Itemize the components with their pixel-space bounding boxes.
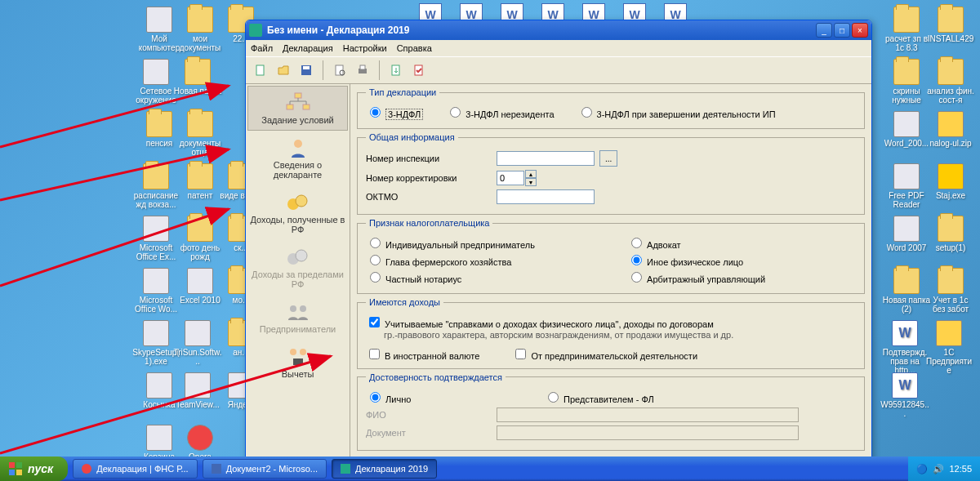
svg-point-14 bbox=[296, 195, 307, 207]
radio-3ndfl-ip-closure[interactable]: 3-НДФЛ при завершении деятельности ИП bbox=[577, 105, 776, 119]
desktop-icon[interactable]: Новая папка bbox=[173, 59, 222, 96]
sidebar-item-income-rf[interactable]: Доходы, полученные в РФ bbox=[247, 185, 348, 240]
radio-tp-other[interactable]: Иное физическое лицо bbox=[627, 252, 743, 267]
print-button[interactable] bbox=[353, 60, 372, 80]
input-correction[interactable] bbox=[497, 171, 524, 185]
checkbox-foreign-currency[interactable]: В иностранной валюте bbox=[366, 346, 479, 362]
desktop-icon[interactable]: INSTALL429 bbox=[926, 7, 975, 43]
group-general-info: Общая информация Номер инспекции ... Ном… bbox=[357, 132, 865, 215]
tray-icon[interactable]: 🔵 bbox=[916, 464, 928, 474]
sidebar-item-label: Доходы за пределами РФ bbox=[252, 269, 344, 289]
browser-icon bbox=[82, 464, 91, 474]
desktop-icon[interactable]: Microsoft Office Wo... bbox=[131, 268, 180, 314]
system-tray[interactable]: 🔵 🔊 12:55 bbox=[908, 457, 980, 481]
desktop-icon[interactable]: Новая папка (2) bbox=[882, 268, 931, 314]
sidebar-item-declarant[interactable]: Сведения о декларанте bbox=[247, 131, 348, 185]
desktop-icon[interactable]: W95912845... bbox=[880, 372, 929, 418]
group-title: Имеются доходы bbox=[366, 297, 443, 307]
tray-icon[interactable]: 🔊 bbox=[933, 464, 944, 474]
checkbox-income-certificates[interactable]: Учитываемые "справками о доходах физичес… bbox=[366, 319, 714, 329]
taskbar-task[interactable]: Документ2 - Microso... bbox=[203, 459, 327, 479]
app-window: Без имени - Декларация 2019 _ □ × Файл Д… bbox=[245, 20, 872, 461]
sidebar-item-entrepreneurs[interactable]: Предприниматели bbox=[247, 295, 348, 340]
desktop-icon[interactable]: расписание жд вокза... bbox=[131, 163, 180, 209]
desktop-icon[interactable]: TeamView... bbox=[173, 372, 222, 409]
svg-point-16 bbox=[296, 250, 307, 261]
checkbox-entrepreneurial[interactable]: От предпринимательской деятельности bbox=[512, 346, 697, 362]
radio-confirm-representative[interactable]: Представителем - ФЛ bbox=[544, 390, 654, 404]
desktop-icon[interactable]: Free PDF Reader bbox=[882, 163, 931, 209]
clock: 12:55 bbox=[949, 464, 972, 474]
desktop-icon[interactable]: Подтвержд. прав на http... bbox=[880, 320, 929, 375]
input-oktmo[interactable] bbox=[497, 189, 595, 204]
open-button[interactable] bbox=[274, 60, 293, 80]
desktop-icon[interactable]: 1С Предприятие bbox=[924, 320, 973, 375]
preview-button[interactable] bbox=[330, 60, 350, 80]
radio-tp-farmer[interactable]: Глава фермерского хозяйства bbox=[366, 252, 511, 267]
desktop-icon[interactable]: скрины нужные bbox=[882, 59, 931, 105]
desktop-icon[interactable]: Word 2007 bbox=[882, 216, 931, 252]
desktop-icon[interactable]: документы отца bbox=[176, 111, 225, 157]
new-button[interactable] bbox=[251, 60, 270, 80]
input-inspection[interactable] bbox=[497, 151, 595, 166]
validate-button[interactable] bbox=[409, 60, 429, 80]
radio-tp-ip[interactable]: Индивидуальный предприниматель bbox=[366, 235, 535, 250]
menubar: Файл Декларация Настройки Справка bbox=[246, 40, 871, 56]
start-button[interactable]: пуск bbox=[0, 457, 68, 481]
close-button[interactable]: × bbox=[852, 23, 868, 38]
spin-up[interactable]: ▲ bbox=[525, 170, 537, 178]
word-icon bbox=[212, 464, 221, 474]
taskbar-task[interactable]: Декларация | ФНС Р... bbox=[73, 459, 197, 479]
desktop-icon[interactable]: расчет зп в 1с 8.3 bbox=[882, 7, 931, 52]
sidebar-item-income-foreign[interactable]: Доходы за пределами РФ bbox=[247, 240, 348, 295]
save-button[interactable] bbox=[296, 60, 316, 80]
spin-down[interactable]: ▼ bbox=[525, 178, 537, 186]
taskbar: пуск Декларация | ФНС Р... Документ2 - M… bbox=[0, 457, 980, 481]
radio-tp-notary[interactable]: Частный нотариус bbox=[366, 269, 461, 284]
svg-point-17 bbox=[290, 305, 296, 312]
windows-logo-icon bbox=[8, 461, 23, 476]
svg-rect-10 bbox=[287, 105, 293, 109]
menu-file[interactable]: Файл bbox=[251, 43, 273, 53]
svg-rect-21 bbox=[293, 359, 303, 365]
taskbar-task[interactable]: Декларация 2019 bbox=[332, 459, 437, 479]
svg-point-18 bbox=[300, 305, 306, 312]
menu-settings[interactable]: Настройки bbox=[343, 43, 387, 53]
menu-help[interactable]: Справка bbox=[397, 43, 432, 53]
sidebar-item-conditions[interactable]: Задание условий bbox=[247, 86, 348, 131]
radio-tp-lawyer[interactable]: Адвокат bbox=[627, 235, 681, 250]
svg-rect-2 bbox=[303, 66, 310, 69]
desktop-icon[interactable]: Microsoft Office Ex... bbox=[131, 216, 180, 261]
sidebar-item-deductions[interactable]: Вычеты bbox=[247, 340, 348, 385]
desktop-icon[interactable]: Staj.exe bbox=[926, 163, 975, 200]
svg-rect-11 bbox=[303, 105, 310, 109]
group-title: Общая информация bbox=[366, 132, 458, 142]
desktop-icon[interactable]: nalog-ul.zip bbox=[926, 111, 975, 148]
label-correction: Номер корректировки bbox=[366, 173, 497, 183]
desktop-icon[interactable]: setup(1) bbox=[926, 216, 975, 252]
group-declaration-type: Тип декларации 3-НДФЛ 3-НДФЛ нерезидента… bbox=[357, 87, 865, 129]
desktop-icon[interactable]: Word_200... bbox=[882, 111, 931, 148]
desktop-icon[interactable]: анализ фин. сост-я bbox=[926, 59, 975, 105]
sidebar: Задание условий Сведения о декларанте До… bbox=[246, 84, 350, 460]
svg-rect-29 bbox=[16, 470, 22, 475]
minimize-button[interactable]: _ bbox=[816, 23, 832, 38]
svg-rect-8 bbox=[415, 65, 422, 75]
menu-declaration[interactable]: Декларация bbox=[283, 43, 333, 53]
radio-tp-arbitration[interactable]: Арбитражный управляющий bbox=[627, 269, 765, 284]
desktop-icon[interactable]: Учет в 1с без забот bbox=[926, 268, 975, 314]
titlebar[interactable]: Без имени - Декларация 2019 _ □ × bbox=[246, 20, 871, 40]
input-document bbox=[497, 425, 799, 440]
radio-3ndfl[interactable]: 3-НДФЛ bbox=[366, 105, 423, 119]
group-confirmation: Достоверность подтверждается Лично Предс… bbox=[357, 372, 865, 451]
radio-confirm-personally[interactable]: Лично bbox=[366, 390, 521, 404]
svg-rect-27 bbox=[16, 462, 22, 468]
desktop-icon[interactable]: TriSun.Softw... bbox=[173, 320, 222, 366]
radio-3ndfl-nonresident[interactable]: 3-НДФЛ нерезидента bbox=[446, 105, 554, 119]
svg-point-12 bbox=[294, 140, 302, 148]
maximize-button[interactable]: □ bbox=[834, 23, 850, 38]
export-button[interactable] bbox=[386, 60, 406, 80]
toolbar bbox=[246, 56, 871, 84]
svg-rect-9 bbox=[295, 93, 301, 98]
browse-inspection-button[interactable]: ... bbox=[599, 150, 617, 167]
